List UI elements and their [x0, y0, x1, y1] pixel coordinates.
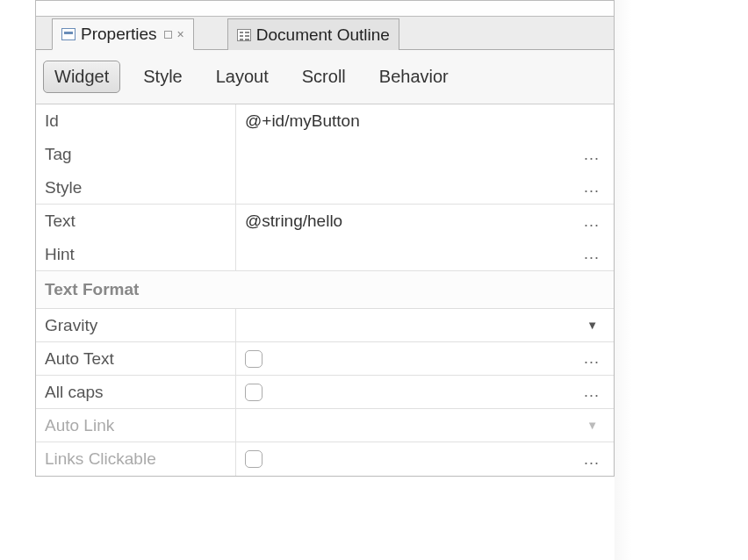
row-autotext: Auto Text ... [36, 342, 614, 376]
checkbox-autotext[interactable] [245, 350, 263, 368]
properties-icon [61, 28, 76, 40]
row-id: Id @+id/myButton [36, 104, 614, 138]
properties-panel: Properties × Document Outline Widget Sty… [35, 0, 615, 477]
tab-properties-label: Properties [81, 25, 157, 44]
label-tag: Tag [36, 138, 236, 171]
label-allcaps: All caps [36, 376, 236, 408]
row-linksclickable: Links Clickable ... [36, 442, 614, 476]
minimize-icon[interactable] [164, 31, 172, 39]
dropdown-icon-autolink[interactable]: ▼ [586, 419, 605, 432]
text-text: @string/hello [245, 212, 342, 231]
more-hint[interactable]: ... [584, 245, 605, 263]
label-id: Id [36, 104, 236, 138]
tab-bar: Properties × Document Outline [36, 17, 614, 50]
panel-top-spacer [36, 1, 614, 17]
behavior-button[interactable]: Behavior [369, 61, 459, 92]
row-autolink: Auto Link ▼ [36, 409, 614, 442]
value-allcaps[interactable]: ... [236, 376, 614, 408]
row-text: Text @string/hello ... [36, 205, 614, 238]
tab-outline-label: Document Outline [256, 25, 390, 45]
more-autotext[interactable]: ... [584, 349, 605, 368]
style-button[interactable]: Style [133, 61, 192, 92]
label-hint: Hint [36, 238, 236, 270]
property-category-toolbar: Widget Style Layout Scroll Behavior [36, 50, 614, 104]
close-icon[interactable]: × [177, 27, 184, 41]
widget-button[interactable]: Widget [43, 61, 120, 93]
outline-icon [237, 29, 251, 41]
row-gravity: Gravity ▼ [36, 309, 614, 342]
right-shadow [615, 0, 632, 560]
more-tag[interactable]: ... [584, 146, 605, 164]
value-id[interactable]: @+id/myButton [236, 104, 614, 138]
more-text[interactable]: ... [584, 212, 605, 231]
label-gravity: Gravity [36, 309, 236, 341]
label-style: Style [36, 171, 236, 204]
row-hint: Hint ... [36, 238, 614, 271]
row-tag: Tag ... [36, 138, 614, 171]
label-text: Text [36, 205, 236, 238]
label-autotext: Auto Text [36, 342, 236, 375]
value-tag[interactable]: ... [236, 138, 614, 171]
id-text: @+id/myButton [245, 111, 360, 131]
tab-document-outline[interactable]: Document Outline [227, 18, 399, 50]
property-grid: Id @+id/myButton Tag ... Style ... Text … [36, 104, 614, 476]
value-style[interactable]: ... [236, 171, 614, 204]
value-autolink[interactable]: ▼ [236, 409, 614, 442]
more-linksclickable[interactable]: ... [584, 450, 605, 469]
checkbox-linksclickable[interactable] [245, 450, 263, 468]
more-style[interactable]: ... [584, 178, 605, 197]
label-linksclickable: Links Clickable [36, 442, 236, 476]
label-autolink: Auto Link [36, 409, 236, 442]
value-gravity[interactable]: ▼ [236, 309, 614, 341]
value-hint[interactable]: ... [236, 238, 614, 270]
value-linksclickable[interactable]: ... [236, 442, 614, 476]
layout-button[interactable]: Layout [205, 61, 279, 92]
more-allcaps[interactable]: ... [584, 383, 605, 401]
section-text-format: Text Format [36, 271, 614, 309]
checkbox-allcaps[interactable] [245, 384, 263, 401]
row-allcaps: All caps ... [36, 376, 614, 409]
dropdown-icon[interactable]: ▼ [586, 319, 605, 332]
row-style: Style ... [36, 171, 614, 205]
value-autotext[interactable]: ... [236, 342, 614, 375]
scroll-button[interactable]: Scroll [291, 61, 356, 92]
tab-properties[interactable]: Properties × [52, 18, 194, 50]
value-text[interactable]: @string/hello ... [236, 205, 614, 238]
